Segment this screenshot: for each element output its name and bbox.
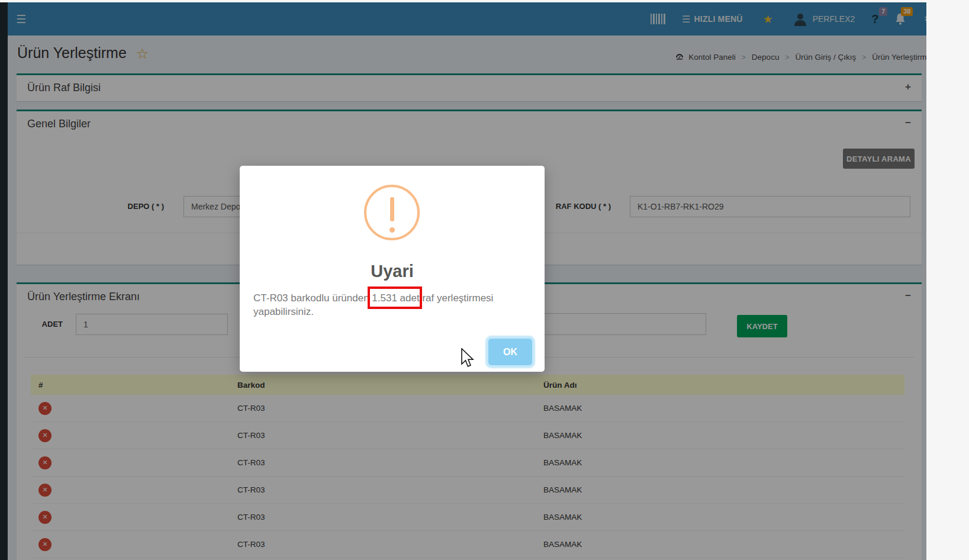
ok-button[interactable]: OK	[488, 339, 532, 365]
warning-exclamation-dot	[389, 227, 395, 233]
modal-message: CT-R03 barkodlu üründen 1.531 adet raf y…	[253, 291, 529, 318]
highlighted-quantity: 1.531 adet	[372, 292, 419, 304]
message-prefix: CT-R03 barkodlu üründen	[253, 292, 372, 304]
browser-viewport: ☰ ☰ HIZLI MENÜ ★ PERFLEX2 ? 7	[0, 2, 926, 560]
warning-exclamation-bar	[390, 197, 394, 221]
warning-modal: Uyari CT-R03 barkodlu üründen 1.531 adet…	[240, 166, 545, 372]
modal-title: Uyari	[240, 262, 545, 281]
mouse-cursor	[461, 348, 476, 368]
